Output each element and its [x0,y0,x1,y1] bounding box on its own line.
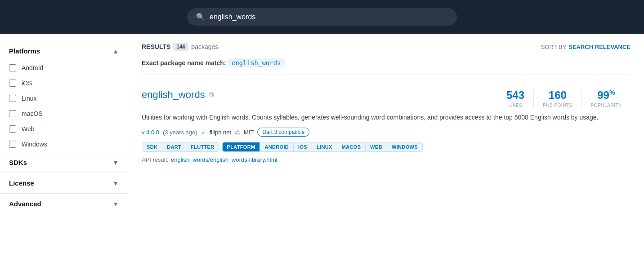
platforms-section-header[interactable]: Platforms ▲ [0,43,128,60]
platform-linux-label: Linux [22,95,36,102]
header: 🔍 [0,0,644,34]
results-label: RESULTS [142,43,170,50]
tags-row: SDK DART FLUTTER PLATFORM ANDROID IOS LI… [142,142,631,152]
platform-android-item[interactable]: Android [9,60,119,75]
exact-match-section: Exact package name match: english_words [142,59,631,75]
tag-ios[interactable]: IOS [294,142,312,151]
tag-macos[interactable]: MACOS [337,142,366,151]
platform-ios-checkbox[interactable] [9,80,16,87]
platform-web-checkbox[interactable] [9,125,16,133]
tag-platform[interactable]: PLATFORM [223,142,260,151]
sort-by-link[interactable]: SEARCH RELEVANCE [568,44,631,50]
search-bar: 🔍 [187,8,457,26]
platform-linux-checkbox[interactable] [9,95,16,102]
platform-windows-checkbox[interactable] [9,141,16,148]
api-result-row: API result: english_words/english_words-… [142,156,631,163]
tag-web[interactable]: WEB [366,142,387,151]
package-published: (3 years ago) [163,129,197,136]
stat-pub-points-value: 160 [543,89,572,102]
platform-android-checkbox[interactable] [9,64,16,71]
content-area: RESULTS 146 packages SORT BY SEARCH RELE… [128,34,644,273]
license-chevron-icon: ▼ [112,180,119,187]
tag-windows[interactable]: WINDOWS [387,142,422,151]
sdks-section-header[interactable]: SDKs ▼ [0,152,128,173]
tag-flutter[interactable]: FLUTTER [186,142,219,151]
platform-web-item[interactable]: Web [9,121,119,137]
platforms-chevron-icon: ▲ [112,48,119,55]
stat-pub-points: 160 PUB POINTS [534,89,582,108]
package-license: MIT [244,129,254,136]
search-input[interactable] [210,13,448,21]
results-packages-label: packages [191,43,218,50]
exact-match-package-link[interactable]: english_words [228,58,285,67]
copy-icon[interactable]: ⧉ [209,91,214,99]
platform-macos-item[interactable]: macOS [9,106,119,121]
license-section-header[interactable]: License ▼ [0,173,128,193]
main-layout: Platforms ▲ Android iOS Linux macOS [0,34,644,273]
platforms-title: Platforms [9,47,40,55]
search-icon: 🔍 [196,13,205,21]
exact-match-label: Exact package name match: [142,59,226,67]
sidebar: Platforms ▲ Android iOS Linux macOS [0,34,128,273]
advanced-section-header[interactable]: Advanced ▼ [0,193,128,214]
stat-popularity: 99% POPULARITY [582,89,631,108]
sdk-tags-container: SDK DART FLUTTER [142,142,219,152]
tag-linux[interactable]: LINUX [312,142,337,151]
advanced-chevron-icon: ▼ [112,200,119,208]
package-description: Utilities for working with English words… [142,112,631,122]
stats-row: 543 LIKES 160 PUB POINTS 99% POPULARITY [497,89,631,108]
tag-android[interactable]: ANDROID [260,142,294,151]
package-meta: v 4.0.0 (3 years ago) ✓ filiph.net ⚖ MIT… [142,128,631,137]
platform-ios-item[interactable]: iOS [9,75,119,91]
api-result-label: API result: [142,156,169,163]
package-card: english_words ⧉ 543 LIKES 160 PUB POINTS… [142,82,631,170]
verified-icon: ✓ [201,129,206,136]
platform-macos-label: macOS [22,110,43,117]
package-version: v 4.0.0 [142,129,159,136]
platform-ios-label: iOS [22,80,32,87]
package-name-link[interactable]: english_words [142,89,205,101]
platform-linux-item[interactable]: Linux [9,91,119,106]
platform-tags-container: PLATFORM ANDROID IOS LINUX MACOS WEB WIN… [222,142,423,152]
stat-likes-value: 543 [506,89,524,102]
stat-popularity-value: 99% [591,89,622,102]
stat-likes-label: LIKES [506,103,524,108]
tag-dart[interactable]: DART [162,142,186,151]
package-card-top: english_words ⧉ 543 LIKES 160 PUB POINTS… [142,89,631,108]
platform-web-label: Web [22,125,35,133]
tag-sdk[interactable]: SDK [142,142,162,151]
platforms-checkbox-list: Android iOS Linux macOS Web Windows [0,60,128,152]
stat-pub-points-label: PUB POINTS [543,103,572,108]
advanced-title: Advanced [9,200,41,208]
platform-windows-label: Windows [22,141,47,148]
sort-by-row: SORT BY SEARCH RELEVANCE [541,44,631,50]
results-count-row: RESULTS 146 packages [142,43,218,51]
license-title: License [9,179,34,187]
sdks-title: SDKs [9,159,27,166]
api-result-link[interactable]: english_words/english_words-library.html [171,156,277,163]
license-icon: ⚖ [235,129,240,136]
stat-popularity-label: POPULARITY [591,103,622,108]
platform-windows-item[interactable]: Windows [9,137,119,152]
stat-likes: 543 LIKES [497,89,534,108]
package-name-row: english_words ⧉ [142,89,214,101]
sort-by-label: SORT BY [541,44,567,50]
package-author: filiph.net [210,129,231,136]
platform-android-label: Android [22,64,43,71]
sdks-chevron-icon: ▼ [112,159,119,166]
platform-macos-checkbox[interactable] [9,110,16,117]
dart3-compatible-badge: Dart 3 compatible [257,128,309,137]
results-header: RESULTS 146 packages SORT BY SEARCH RELE… [142,43,631,51]
results-count-badge: 146 [173,43,188,51]
